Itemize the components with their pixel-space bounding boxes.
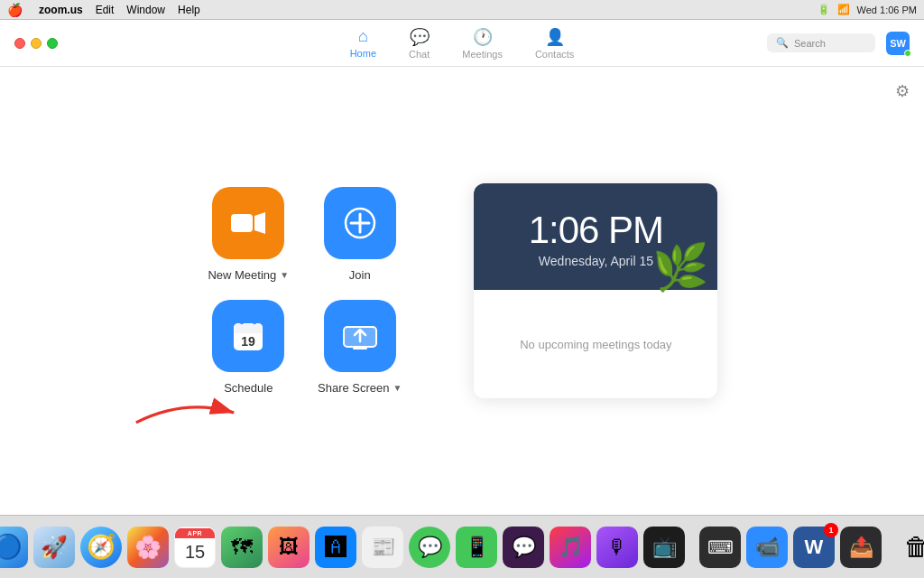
dock-screenshare[interactable]: 📤 xyxy=(840,527,882,568)
menu-window[interactable]: Window xyxy=(126,4,165,16)
calendar-dock-month: APR xyxy=(175,528,215,538)
traffic-lights xyxy=(14,38,58,49)
podcasts-icon: 🎙 xyxy=(607,536,627,559)
plus-icon xyxy=(344,207,376,239)
dock-facetime[interactable]: 📱 xyxy=(456,527,497,568)
dock-launchpad[interactable]: 🚀 xyxy=(33,527,75,568)
dock-photos[interactable]: 🌸 xyxy=(127,527,169,568)
tab-meetings[interactable]: 🕐 Meetings xyxy=(446,22,519,65)
safari-icon: 🧭 xyxy=(87,533,116,561)
dock-appletv[interactable]: 📺 xyxy=(643,527,685,568)
new-meeting-action[interactable]: New Meeting ▼ xyxy=(207,187,291,282)
dock-finder[interactable]: 🔵 xyxy=(0,527,28,568)
word-icon: W xyxy=(805,536,824,559)
search-icon: 🔍 xyxy=(776,37,789,49)
minimize-button[interactable] xyxy=(31,38,42,49)
dock: 🔵 🚀 🧭 🌸 APR 15 🗺 🖼 🅰 📰 💬 📱 💬 xyxy=(0,515,924,578)
dock-cursor[interactable]: ⌨ xyxy=(699,527,741,568)
tab-contacts[interactable]: 👤 Contacts xyxy=(519,22,590,65)
dock-news[interactable]: 📰 xyxy=(362,527,403,568)
svg-rect-14 xyxy=(235,330,262,333)
word-badge: 1 xyxy=(824,523,838,537)
dock-zoom[interactable]: 📹 xyxy=(746,527,788,568)
plant-decoration-icon: 🌿 xyxy=(652,245,708,290)
tab-chat[interactable]: 💬 Chat xyxy=(393,22,446,65)
apple-logo-icon[interactable]: 🍎 xyxy=(7,3,23,17)
dock-trash[interactable]: 🗑 xyxy=(896,527,924,568)
dock-safari[interactable]: 🧭 xyxy=(80,527,122,568)
dock-maps[interactable]: 🗺 xyxy=(221,527,263,568)
arrow-annotation xyxy=(126,390,244,435)
share-screen-button[interactable] xyxy=(324,300,396,372)
photos-icon: 🌸 xyxy=(134,535,162,560)
schedule-action[interactable]: 19 Schedule xyxy=(207,300,291,395)
calendar-icon: 19 xyxy=(231,319,265,353)
dock-calendar[interactable]: APR 15 xyxy=(174,527,216,568)
title-bar: ⌂ Home 💬 Chat 🕐 Meetings 👤 Contacts 🔍 Se… xyxy=(0,20,924,67)
tab-contacts-label: Contacts xyxy=(535,49,574,60)
search-placeholder: Search xyxy=(794,38,826,49)
menu-bar-left: 🍎 zoom.us Edit Window Help xyxy=(7,3,200,17)
new-meeting-caret: ▼ xyxy=(280,270,289,280)
menu-bar: 🍎 zoom.us Edit Window Help 🔋 📶 Wed 1:06 … xyxy=(0,0,924,20)
dock-music[interactable]: 🎵 xyxy=(550,527,591,568)
tab-meetings-label: Meetings xyxy=(462,49,503,60)
tab-home[interactable]: ⌂ Home xyxy=(334,22,393,65)
close-button[interactable] xyxy=(14,38,25,49)
menu-edit[interactable]: Edit xyxy=(96,4,115,16)
appletv-icon: 📺 xyxy=(652,536,677,559)
search-box[interactable]: 🔍 Search xyxy=(767,33,875,52)
actions-grid: New Meeting ▼ Join xyxy=(207,187,402,395)
menu-app-name[interactable]: zoom.us xyxy=(39,4,83,16)
menu-wifi-icon: 📶 xyxy=(837,4,850,15)
music-icon: 🎵 xyxy=(559,536,583,559)
calendar-body: No upcoming meetings today xyxy=(474,290,717,398)
join-button[interactable] xyxy=(324,187,396,259)
svg-rect-1 xyxy=(231,214,253,232)
zoom-icon: 📹 xyxy=(755,536,780,559)
avatar[interactable]: SW xyxy=(886,32,910,55)
gallery-icon: 🖼 xyxy=(279,536,299,559)
dock-podcasts[interactable]: 🎙 xyxy=(596,527,638,568)
tab-chat-label: Chat xyxy=(409,49,430,60)
home-icon: ⌂ xyxy=(358,27,368,46)
share-screen-caret: ▼ xyxy=(393,383,402,393)
trash-icon: 🗑 xyxy=(904,532,924,562)
join-action[interactable]: Join xyxy=(318,187,402,282)
svg-marker-2 xyxy=(254,212,265,234)
menu-bar-right: 🔋 📶 Wed 1:06 PM xyxy=(818,4,917,15)
dock-appstore[interactable]: 🅰 xyxy=(315,527,356,568)
launchpad-icon: 🚀 xyxy=(41,535,68,560)
appstore-icon: 🅰 xyxy=(325,535,346,560)
contacts-icon: 👤 xyxy=(545,27,565,47)
menu-battery-icon: 🔋 xyxy=(818,4,830,15)
join-label: Join xyxy=(349,268,371,282)
share-screen-action[interactable]: Share Screen ▼ xyxy=(318,300,402,395)
no-meetings-text: No upcoming meetings today xyxy=(520,338,671,351)
dock-gallery[interactable]: 🖼 xyxy=(268,527,310,568)
calendar-widget: 1:06 PM Wednesday, April 15 🌿 No upcomin… xyxy=(474,183,717,398)
dock-slack[interactable]: 💬 xyxy=(503,527,544,568)
fullscreen-button[interactable] xyxy=(47,38,58,49)
cursor-icon: ⌨ xyxy=(707,536,734,558)
nav-tabs: ⌂ Home 💬 Chat 🕐 Meetings 👤 Contacts xyxy=(334,22,591,65)
chat-icon: 💬 xyxy=(410,27,430,47)
new-meeting-button[interactable] xyxy=(212,187,284,259)
dock-word[interactable]: W 1 xyxy=(793,527,835,568)
share-screen-label: Share Screen ▼ xyxy=(318,381,402,395)
news-icon: 📰 xyxy=(371,536,395,559)
dock-messages[interactable]: 💬 xyxy=(409,527,450,568)
avatar-initials: SW xyxy=(890,38,906,49)
calendar-header: 1:06 PM Wednesday, April 15 🌿 xyxy=(474,183,717,290)
calendar-dock-date: 15 xyxy=(185,538,205,565)
menu-help[interactable]: Help xyxy=(178,4,200,16)
finder-icon: 🔵 xyxy=(0,533,22,561)
messages-icon: 💬 xyxy=(418,536,442,559)
settings-button[interactable]: ⚙ xyxy=(895,81,910,101)
share-screen-icon xyxy=(342,322,378,350)
facetime-icon: 📱 xyxy=(465,536,489,559)
screenshare-icon: 📤 xyxy=(849,536,873,559)
online-indicator xyxy=(904,50,911,57)
schedule-button[interactable]: 19 xyxy=(212,300,284,372)
svg-text:19: 19 xyxy=(242,334,256,349)
